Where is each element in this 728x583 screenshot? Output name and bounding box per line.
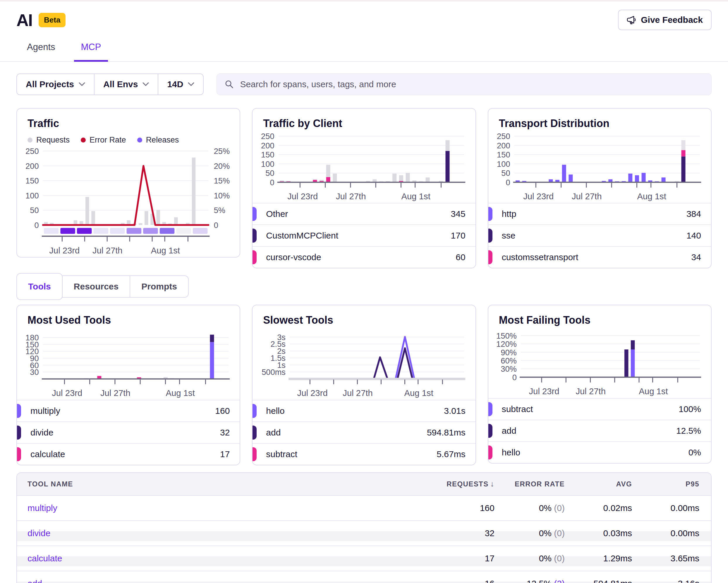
tab-tools[interactable]: Tools xyxy=(17,273,62,300)
table-row[interactable]: calculate170% (0)1.29ms3.65ms xyxy=(17,546,711,571)
legend-swatch xyxy=(488,207,492,221)
legend-label: customssetransport xyxy=(502,252,578,262)
table-row[interactable]: divide320% (0)0.03ms0.00ms xyxy=(17,521,711,546)
project-filter-dropdown[interactable]: All Projects xyxy=(17,74,95,95)
column-header-error-rate[interactable]: ERROR RATE xyxy=(494,480,565,488)
tab-mcp[interactable]: MCP xyxy=(74,37,108,62)
legend-label: cursor-vscode xyxy=(266,252,321,262)
legend-row: hello0% xyxy=(488,441,711,463)
tools-table: TOOL NAMEREQUESTS↓ERROR RATEAVGP95 multi… xyxy=(17,472,711,583)
tool-link[interactable]: multiply xyxy=(27,503,57,513)
tab-resources[interactable]: Resources xyxy=(62,276,130,297)
svg-text:250: 250 xyxy=(25,147,39,156)
legend-row: http384 xyxy=(488,203,711,225)
most-used-legend-list: multiply160divide32calculate17 xyxy=(17,400,240,465)
svg-text:180: 180 xyxy=(25,333,39,342)
legend-swatch xyxy=(488,250,492,264)
svg-text:Aug 1st: Aug 1st xyxy=(639,387,668,396)
legend-dot-icon xyxy=(137,137,142,143)
table-row[interactable]: add1612.5% (2)594.81ms3.16s xyxy=(17,571,711,583)
svg-text:60%: 60% xyxy=(501,356,517,365)
env-filter-dropdown[interactable]: All Envs xyxy=(95,74,158,95)
env-filter-label: All Envs xyxy=(103,79,138,89)
table-row[interactable]: multiply1600% (0)0.02ms0.00ms xyxy=(17,495,711,521)
column-header-tool-name[interactable]: TOOL NAME xyxy=(17,480,407,488)
traffic-by-client-legend-list: Other345CustomMCPClient170cursor-vscode6… xyxy=(253,203,475,268)
traffic-legend-item: Error Rate xyxy=(81,135,126,145)
search-bar[interactable] xyxy=(216,73,711,95)
svg-text:200: 200 xyxy=(25,161,39,171)
svg-text:30%: 30% xyxy=(501,365,517,374)
svg-text:150%: 150% xyxy=(496,331,517,340)
cell-error-rate: 0% (0) xyxy=(494,553,565,563)
svg-text:0: 0 xyxy=(214,221,218,230)
legend-label: subtract xyxy=(266,449,297,459)
card-title: Transport Distribution xyxy=(488,108,711,130)
traffic-legend-label: Releases xyxy=(146,135,179,145)
legend-swatch xyxy=(17,426,21,439)
legend-swatch xyxy=(488,446,492,459)
legend-label: http xyxy=(502,209,516,219)
legend-dot-icon xyxy=(81,137,86,143)
legend-value: 594.81ms xyxy=(427,428,466,437)
column-header-p95[interactable]: P95 xyxy=(632,480,711,488)
date-range-dropdown[interactable]: 14D xyxy=(158,74,203,95)
legend-row: subtract100% xyxy=(488,398,711,420)
legend-value: 32 xyxy=(220,428,230,437)
client-chart-svg: 050100150200250Jul 23rdJul 27thAug 1st xyxy=(257,132,469,203)
give-feedback-button[interactable]: Give Feedback xyxy=(618,10,711,30)
traffic-by-client-chart: 050100150200250Jul 23rdJul 27thAug 1st xyxy=(253,130,475,203)
tab-agents[interactable]: Agents xyxy=(20,37,62,61)
cell-error-rate: 12.5% (2) xyxy=(494,579,565,583)
legend-label: sse xyxy=(502,231,516,240)
cell-requests: 32 xyxy=(407,528,494,538)
error-count: (2) xyxy=(554,579,565,583)
svg-text:0: 0 xyxy=(34,221,38,230)
svg-text:Jul 27th: Jul 27th xyxy=(343,388,373,398)
tool-link[interactable]: add xyxy=(27,579,42,583)
tab-prompts[interactable]: Prompts xyxy=(130,276,188,297)
svg-text:Jul 23rd: Jul 23rd xyxy=(297,388,328,398)
svg-text:Jul 27th: Jul 27th xyxy=(93,246,123,255)
cell-requests: 16 xyxy=(407,579,494,583)
transport-distribution-chart: 050100150200250Jul 23rdJul 27thAug 1st xyxy=(488,130,711,203)
legend-label: hello xyxy=(266,406,284,416)
legend-label: subtract xyxy=(502,404,533,414)
card-title: Slowest Tools xyxy=(253,305,475,326)
tool-link[interactable]: calculate xyxy=(27,553,62,563)
column-header-requests[interactable]: REQUESTS↓ xyxy=(407,479,494,488)
cell-avg: 1.29ms xyxy=(565,553,632,563)
project-filter-label: All Projects xyxy=(26,79,74,89)
legend-label: add xyxy=(266,428,281,437)
svg-text:50: 50 xyxy=(501,169,510,178)
cell-requests: 17 xyxy=(407,553,494,563)
card-title: Traffic by Client xyxy=(253,108,475,130)
card-title: Most Used Tools xyxy=(17,305,240,326)
beta-badge: Beta xyxy=(38,13,66,27)
legend-label: add xyxy=(502,426,516,436)
cell-error-rate: 0% (0) xyxy=(494,528,565,538)
most-used-tools-chart: 306090120150180Jul 23rdJul 27thAug 1st xyxy=(17,326,240,400)
svg-text:90%: 90% xyxy=(501,348,517,357)
svg-text:Aug 1st: Aug 1st xyxy=(166,388,195,398)
legend-swatch xyxy=(488,402,492,416)
svg-text:120%: 120% xyxy=(496,340,517,349)
cell-tool-name: multiply xyxy=(17,503,407,513)
svg-text:Aug 1st: Aug 1st xyxy=(401,192,431,201)
tool-link[interactable]: divide xyxy=(27,528,50,538)
cell-requests: 160 xyxy=(407,503,494,513)
svg-text:0: 0 xyxy=(512,373,516,382)
cell-p95: 3.16s xyxy=(632,579,711,583)
column-header-avg[interactable]: AVG xyxy=(565,480,632,488)
search-input[interactable] xyxy=(240,79,704,89)
legend-swatch xyxy=(488,424,492,438)
chevron-down-icon xyxy=(188,82,194,86)
svg-text:250: 250 xyxy=(261,132,275,141)
legend-label: calculate xyxy=(30,449,65,459)
legend-swatch xyxy=(252,404,257,418)
error-count: (0) xyxy=(554,528,565,538)
tools-table-body: multiply1600% (0)0.02ms0.00msdivide320% … xyxy=(17,495,711,583)
svg-text:5%: 5% xyxy=(214,206,225,215)
traffic-chart-svg: 05010015020025005%10%15%20%25%Jul 23rdJu… xyxy=(21,147,234,257)
legend-swatch xyxy=(252,229,257,243)
